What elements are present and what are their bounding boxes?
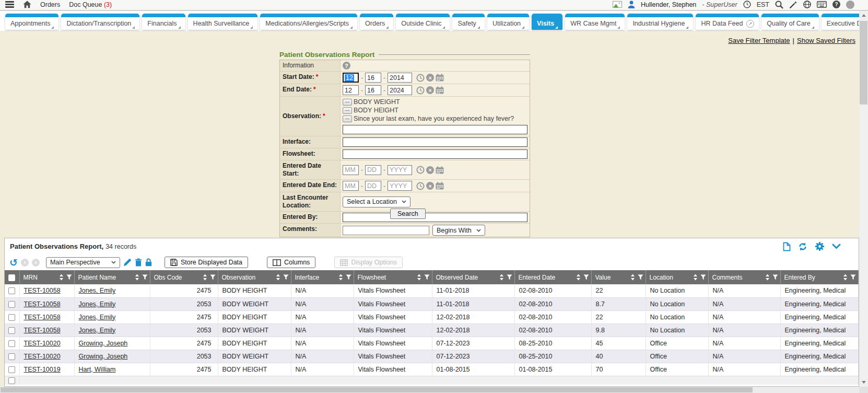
sort-icon[interactable] [276, 274, 280, 281]
end-date-day-input[interactable]: 16 [365, 85, 381, 95]
tab-industrial-hygiene[interactable]: Industrial Hygiene [627, 14, 693, 30]
clear-date-icon[interactable]: × [426, 182, 434, 190]
sort-icon[interactable] [765, 274, 770, 281]
avatar[interactable] [846, 1, 854, 9]
mrn-link[interactable]: TEST-10020 [24, 353, 61, 360]
perspective-select[interactable]: Main Perspective [46, 257, 120, 268]
sort-icon[interactable] [203, 274, 207, 281]
filter-funnel-icon[interactable] [424, 274, 430, 280]
collapse-chevron-icon[interactable] [832, 244, 841, 249]
observation-search-input[interactable] [343, 125, 527, 134]
external-link-icon[interactable]: ↗ [746, 20, 754, 28]
comments-match-type-select[interactable]: Begins With [432, 225, 485, 236]
filter-funnel-icon[interactable] [638, 274, 643, 280]
sort-icon[interactable] [59, 274, 64, 281]
sort-icon[interactable] [576, 274, 581, 281]
comments-input[interactable] [343, 226, 429, 235]
wand-icon[interactable] [789, 1, 797, 9]
filter-funnel-icon[interactable] [142, 274, 148, 280]
filter-funnel-icon[interactable] [583, 274, 589, 280]
table-row[interactable]: TEST-10058Jones, Emily2053BODY WEIGHTN/A… [5, 297, 859, 310]
row-checkbox[interactable] [8, 327, 15, 334]
table-row[interactable]: TEST-10058Jones, Emily2475BODY HEIGHTN/A… [5, 310, 859, 323]
patient-name-link[interactable]: Jones, Emily [79, 327, 116, 334]
column-header-mrn[interactable]: MRN [19, 270, 74, 284]
show-saved-filters-link[interactable]: Show Saved Filters [797, 37, 855, 44]
sort-icon[interactable] [417, 274, 421, 281]
lock-perspective-icon[interactable] [145, 258, 152, 267]
time-icon[interactable] [416, 86, 425, 95]
patient-name-link[interactable]: Jones, Emily [79, 314, 116, 321]
store-displayed-data-button[interactable]: Store Displayed Data [165, 257, 248, 268]
sort-icon[interactable] [630, 274, 635, 281]
scroll-down-icon[interactable] [859, 378, 868, 387]
entered-date-start-month-input[interactable]: MM [343, 165, 359, 175]
tab-safety[interactable]: Safety [452, 14, 484, 30]
settings-gear-icon[interactable] [815, 241, 825, 251]
table-row-partial[interactable] [5, 376, 859, 385]
remove-observation-button[interactable]: — [343, 115, 352, 122]
row-checkbox[interactable] [8, 314, 15, 321]
patient-name-link[interactable]: Jones, Emily [79, 300, 116, 308]
clear-date-icon[interactable]: × [426, 166, 434, 174]
filter-funnel-icon[interactable] [700, 274, 706, 280]
mrn-link[interactable]: TEST-10058 [24, 287, 61, 294]
row-checkbox[interactable] [8, 377, 15, 384]
timezone-label[interactable]: EST [757, 1, 769, 8]
time-icon[interactable] [416, 74, 425, 82]
column-header-patient-name[interactable]: Patient Name [74, 270, 150, 284]
table-row[interactable]: TEST-10020Growing, Joseph2475BODY HEIGHT… [5, 337, 859, 350]
picture-icon[interactable] [613, 1, 622, 8]
entered-date-start-day-input[interactable]: DD [365, 165, 381, 175]
edit-perspective-icon[interactable] [123, 258, 132, 267]
start-date-month-input[interactable]: 12 [343, 73, 359, 83]
filter-funnel-icon[interactable] [66, 274, 72, 280]
patient-name-link[interactable]: Growing, Joseph [79, 340, 128, 347]
column-header-interface[interactable]: Interface [291, 270, 354, 284]
remove-observation-button[interactable]: — [343, 99, 352, 106]
column-header-observed-date[interactable]: Observed Date [432, 270, 514, 284]
mrn-link[interactable]: TEST-10058 [24, 314, 61, 321]
patient-name-link[interactable]: Hart, William [79, 366, 116, 373]
calendar-icon[interactable] [436, 86, 444, 94]
filter-funnel-icon[interactable] [210, 274, 216, 280]
undo-icon[interactable]: ↺ [9, 258, 18, 267]
refresh-icon[interactable] [798, 242, 807, 251]
clear-date-icon[interactable]: × [426, 74, 434, 82]
clock-icon[interactable] [743, 1, 751, 8]
mrn-link[interactable]: TEST-10019 [24, 366, 61, 373]
entered-date-start-year-input[interactable]: YYYY [388, 165, 412, 175]
row-checkbox[interactable] [8, 301, 15, 308]
end-date-year-input[interactable]: 2024 [388, 85, 412, 95]
tab-hr-data-feed[interactable]: HR Data Feed↗ [696, 14, 759, 30]
column-header-location[interactable]: Location [646, 270, 708, 284]
new-document-icon[interactable] [783, 242, 791, 251]
column-header-observation[interactable]: Observation [218, 270, 291, 284]
sort-icon[interactable] [843, 274, 848, 281]
row-checkbox[interactable] [8, 353, 15, 360]
tab-quality-of-care[interactable]: Quality of Care [761, 14, 818, 30]
column-header-comments[interactable]: Comments [708, 270, 780, 284]
end-date-month-input[interactable]: 12 [343, 85, 359, 95]
scroll-up-icon[interactable] [859, 11, 868, 20]
filter-funnel-icon[interactable] [772, 274, 778, 280]
column-header-entered-by[interactable]: Entered By [780, 270, 859, 284]
last-encounter-location-select[interactable]: Select a Location [343, 196, 410, 207]
mrn-link[interactable]: TEST-10020 [24, 340, 61, 347]
save-filter-template-link[interactable]: Save Filter Template [728, 37, 790, 44]
tab-wr-case-mgmt[interactable]: WR Case Mgmt [565, 14, 625, 30]
columns-button[interactable]: Columns [267, 257, 315, 268]
home-icon[interactable] [23, 1, 31, 8]
start-date-year-input[interactable]: 2014 [388, 73, 412, 83]
sort-icon[interactable] [499, 274, 504, 281]
tab-financials[interactable]: Financials [142, 14, 185, 30]
entered-date-end-year-input[interactable]: YYYY [388, 181, 412, 191]
help-icon[interactable]: ? [832, 1, 840, 8]
table-row[interactable]: TEST-10058Jones, Emily2475BODY HEIGHTN/A… [5, 284, 859, 297]
mrn-link[interactable]: TEST-10058 [24, 300, 61, 308]
clear-date-icon[interactable]: × [426, 86, 434, 94]
row-checkbox[interactable] [8, 366, 15, 373]
tab-visits[interactable]: Visits [532, 14, 562, 30]
table-row[interactable]: TEST-10020Growing, Joseph2053BODY WEIGHT… [5, 350, 859, 363]
patient-name-link[interactable]: Jones, Emily [79, 287, 116, 294]
